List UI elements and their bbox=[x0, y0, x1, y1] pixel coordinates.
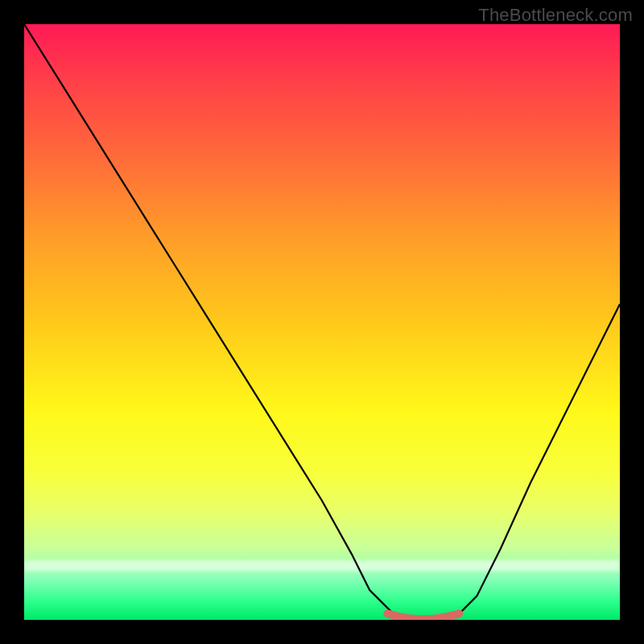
plot-area bbox=[24, 24, 620, 620]
optimal-range-marker bbox=[387, 613, 459, 619]
watermark-text: TheBottleneck.com bbox=[478, 5, 633, 26]
chart-frame: TheBottleneck.com bbox=[0, 0, 644, 644]
curve-layer bbox=[24, 24, 620, 620]
bottleneck-curve bbox=[24, 24, 620, 617]
